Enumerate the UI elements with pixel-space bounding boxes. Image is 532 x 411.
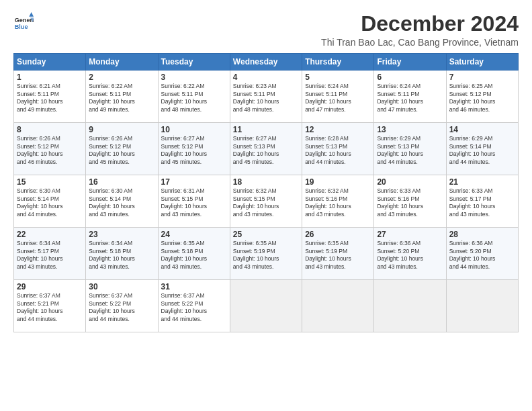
day-number: 23: [89, 230, 154, 239]
header-row: SundayMondayTuesdayWednesdayThursdayFrid…: [14, 54, 519, 71]
day-number: 19: [305, 177, 371, 187]
day-info: Sunrise: 6:34 AM Sunset: 5:18 PM Dayligh…: [89, 240, 154, 271]
day-info: Sunrise: 6:33 AM Sunset: 5:17 PM Dayligh…: [449, 187, 515, 218]
day-number: 13: [377, 125, 443, 134]
day-info: Sunrise: 6:34 AM Sunset: 5:17 PM Dayligh…: [17, 240, 83, 271]
day-cell: 3Sunrise: 6:22 AM Sunset: 5:11 PM Daylig…: [158, 71, 230, 123]
week-row-3: 15Sunrise: 6:30 AM Sunset: 5:14 PM Dayli…: [14, 175, 519, 228]
day-cell: 8Sunrise: 6:26 AM Sunset: 5:12 PM Daylig…: [14, 123, 86, 175]
day-cell: 12Sunrise: 6:28 AM Sunset: 5:13 PM Dayli…: [302, 123, 374, 175]
col-header-wednesday: Wednesday: [230, 54, 302, 71]
week-row-2: 8Sunrise: 6:26 AM Sunset: 5:12 PM Daylig…: [14, 123, 519, 175]
day-info: Sunrise: 6:24 AM Sunset: 5:11 PM Dayligh…: [305, 83, 371, 113]
day-cell: [446, 280, 518, 332]
day-cell: 1Sunrise: 6:21 AM Sunset: 5:11 PM Daylig…: [14, 71, 86, 123]
day-info: Sunrise: 6:28 AM Sunset: 5:13 PM Dayligh…: [305, 135, 371, 166]
day-info: Sunrise: 6:35 AM Sunset: 5:19 PM Dayligh…: [233, 240, 299, 271]
day-number: 22: [17, 230, 83, 239]
day-cell: 9Sunrise: 6:26 AM Sunset: 5:12 PM Daylig…: [86, 123, 158, 175]
day-cell: 13Sunrise: 6:29 AM Sunset: 5:13 PM Dayli…: [374, 123, 446, 175]
day-info: Sunrise: 6:25 AM Sunset: 5:12 PM Dayligh…: [449, 83, 515, 113]
week-row-4: 22Sunrise: 6:34 AM Sunset: 5:17 PM Dayli…: [14, 228, 519, 280]
day-cell: 23Sunrise: 6:34 AM Sunset: 5:18 PM Dayli…: [86, 228, 158, 280]
col-header-friday: Friday: [374, 54, 446, 71]
day-cell: 11Sunrise: 6:27 AM Sunset: 5:13 PM Dayli…: [230, 123, 302, 175]
day-cell: 30Sunrise: 6:37 AM Sunset: 5:22 PM Dayli…: [86, 280, 158, 332]
header: General Blue December 2024 Thi Tran Bao …: [13, 12, 519, 48]
day-number: 14: [449, 125, 515, 134]
day-number: 16: [89, 177, 154, 187]
day-cell: 20Sunrise: 6:33 AM Sunset: 5:16 PM Dayli…: [374, 175, 446, 228]
day-cell: 6Sunrise: 6:24 AM Sunset: 5:11 PM Daylig…: [374, 71, 446, 123]
svg-text:Blue: Blue: [15, 24, 28, 30]
day-info: Sunrise: 6:37 AM Sunset: 5:22 PM Dayligh…: [161, 292, 227, 323]
day-number: 20: [377, 177, 443, 187]
day-number: 29: [17, 282, 83, 291]
day-number: 2: [89, 73, 154, 82]
day-number: 27: [377, 230, 443, 239]
week-row-5: 29Sunrise: 6:37 AM Sunset: 5:21 PM Dayli…: [14, 280, 519, 332]
day-number: 25: [233, 230, 299, 239]
day-cell: 2Sunrise: 6:22 AM Sunset: 5:11 PM Daylig…: [86, 71, 158, 123]
logo-icon: General Blue: [13, 12, 34, 32]
day-cell: [230, 280, 302, 332]
day-info: Sunrise: 6:30 AM Sunset: 5:14 PM Dayligh…: [89, 187, 154, 218]
day-info: Sunrise: 6:32 AM Sunset: 5:15 PM Dayligh…: [233, 187, 299, 218]
day-info: Sunrise: 6:27 AM Sunset: 5:12 PM Dayligh…: [161, 135, 227, 166]
day-cell: 21Sunrise: 6:33 AM Sunset: 5:17 PM Dayli…: [446, 175, 518, 228]
day-number: 30: [89, 282, 154, 291]
day-number: 9: [89, 125, 154, 134]
day-info: Sunrise: 6:35 AM Sunset: 5:19 PM Dayligh…: [305, 240, 371, 271]
day-number: 3: [161, 73, 227, 82]
main-title: December 2024: [321, 12, 519, 36]
day-cell: 15Sunrise: 6:30 AM Sunset: 5:14 PM Dayli…: [14, 175, 86, 228]
day-info: Sunrise: 6:36 AM Sunset: 5:20 PM Dayligh…: [449, 240, 515, 271]
svg-marker-2: [29, 12, 34, 17]
day-number: 28: [449, 230, 515, 239]
day-cell: 5Sunrise: 6:24 AM Sunset: 5:11 PM Daylig…: [302, 71, 374, 123]
day-cell: 28Sunrise: 6:36 AM Sunset: 5:20 PM Dayli…: [446, 228, 518, 280]
day-number: 4: [233, 73, 299, 82]
day-cell: 24Sunrise: 6:35 AM Sunset: 5:18 PM Dayli…: [158, 228, 230, 280]
col-header-monday: Monday: [86, 54, 158, 71]
day-info: Sunrise: 6:21 AM Sunset: 5:11 PM Dayligh…: [17, 83, 83, 113]
day-info: Sunrise: 6:29 AM Sunset: 5:13 PM Dayligh…: [377, 135, 443, 166]
col-header-thursday: Thursday: [302, 54, 374, 71]
calendar: SundayMondayTuesdayWednesdayThursdayFrid…: [13, 53, 519, 332]
day-number: 12: [305, 125, 371, 134]
logo: General Blue: [13, 12, 34, 32]
day-info: Sunrise: 6:22 AM Sunset: 5:11 PM Dayligh…: [89, 83, 154, 113]
day-cell: [374, 280, 446, 332]
day-cell: 10Sunrise: 6:27 AM Sunset: 5:12 PM Dayli…: [158, 123, 230, 175]
day-cell: 4Sunrise: 6:23 AM Sunset: 5:11 PM Daylig…: [230, 71, 302, 123]
title-block: December 2024 Thi Tran Bao Lac, Cao Bang…: [321, 12, 519, 48]
col-header-sunday: Sunday: [14, 54, 86, 71]
subtitle: Thi Tran Bao Lac, Cao Bang Province, Vie…: [321, 37, 519, 48]
day-cell: 31Sunrise: 6:37 AM Sunset: 5:22 PM Dayli…: [158, 280, 230, 332]
day-cell: 27Sunrise: 6:36 AM Sunset: 5:20 PM Dayli…: [374, 228, 446, 280]
day-number: 5: [305, 73, 371, 82]
day-info: Sunrise: 6:24 AM Sunset: 5:11 PM Dayligh…: [377, 83, 443, 113]
day-info: Sunrise: 6:33 AM Sunset: 5:16 PM Dayligh…: [377, 187, 443, 218]
day-cell: 19Sunrise: 6:32 AM Sunset: 5:16 PM Dayli…: [302, 175, 374, 228]
day-number: 8: [17, 125, 83, 134]
page: General Blue December 2024 Thi Tran Bao …: [0, 0, 532, 411]
day-cell: 26Sunrise: 6:35 AM Sunset: 5:19 PM Dayli…: [302, 228, 374, 280]
day-cell: 14Sunrise: 6:29 AM Sunset: 5:14 PM Dayli…: [446, 123, 518, 175]
day-info: Sunrise: 6:35 AM Sunset: 5:18 PM Dayligh…: [161, 240, 227, 271]
day-number: 15: [17, 177, 83, 187]
day-cell: 22Sunrise: 6:34 AM Sunset: 5:17 PM Dayli…: [14, 228, 86, 280]
day-info: Sunrise: 6:36 AM Sunset: 5:20 PM Dayligh…: [377, 240, 443, 271]
col-header-tuesday: Tuesday: [158, 54, 230, 71]
day-number: 10: [161, 125, 227, 134]
col-header-saturday: Saturday: [446, 54, 518, 71]
day-cell: 29Sunrise: 6:37 AM Sunset: 5:21 PM Dayli…: [14, 280, 86, 332]
day-info: Sunrise: 6:31 AM Sunset: 5:15 PM Dayligh…: [161, 187, 227, 218]
day-info: Sunrise: 6:27 AM Sunset: 5:13 PM Dayligh…: [233, 135, 299, 166]
day-info: Sunrise: 6:37 AM Sunset: 5:21 PM Dayligh…: [17, 292, 83, 323]
day-info: Sunrise: 6:23 AM Sunset: 5:11 PM Dayligh…: [233, 83, 299, 113]
day-cell: 7Sunrise: 6:25 AM Sunset: 5:12 PM Daylig…: [446, 71, 518, 123]
day-cell: 25Sunrise: 6:35 AM Sunset: 5:19 PM Dayli…: [230, 228, 302, 280]
day-cell: 17Sunrise: 6:31 AM Sunset: 5:15 PM Dayli…: [158, 175, 230, 228]
day-number: 6: [377, 73, 443, 82]
